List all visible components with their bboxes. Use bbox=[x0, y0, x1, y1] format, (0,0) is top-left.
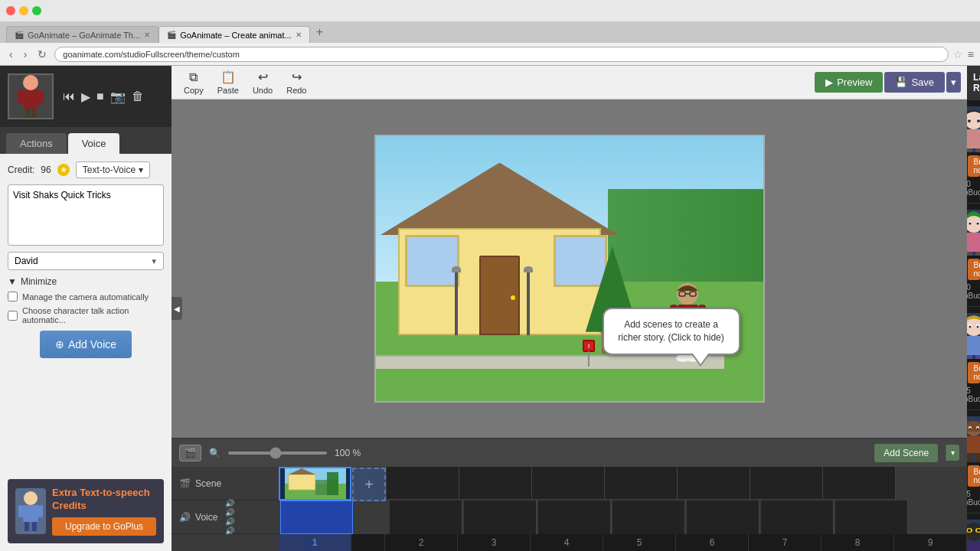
save-button[interactable]: 💾 Save bbox=[884, 72, 945, 93]
upgrade-character-image bbox=[15, 488, 46, 534]
svg-point-46 bbox=[976, 222, 978, 224]
preview-button[interactable]: ▶ Preview bbox=[815, 72, 883, 93]
upgrade-button[interactable]: Upgrade to GoPlus bbox=[52, 517, 156, 536]
speech-bubble[interactable]: Add scenes to create a richer story. (Cl… bbox=[603, 308, 740, 355]
voice-cell-3[interactable] bbox=[464, 500, 537, 534]
scene-canvas[interactable]: ! Add scenes to create a richer story. (… bbox=[374, 135, 765, 403]
scene-numbers-strip: 1 2 3 4 5 6 7 8 9 bbox=[279, 534, 967, 551]
play-back-button[interactable]: ⏮ bbox=[61, 88, 77, 105]
add-voice-button[interactable]: ⊕ Add Voice bbox=[40, 331, 132, 358]
scene-cell-3[interactable] bbox=[459, 467, 532, 499]
scene-thumb-1[interactable] bbox=[279, 467, 351, 500]
scene-cell-6[interactable] bbox=[678, 467, 750, 499]
voice-active-cell[interactable] bbox=[280, 500, 353, 534]
browser-tab-1[interactable]: 🎬 GoAnimate – GoAnimate Th... ✕ bbox=[6, 26, 158, 43]
buy-button-2[interactable]: Buy now bbox=[968, 259, 980, 280]
refresh-button[interactable]: ↻ bbox=[34, 47, 50, 62]
voice-cell-2[interactable] bbox=[390, 500, 462, 534]
scene-num-1: 1 bbox=[279, 534, 351, 551]
scene-cell-7[interactable] bbox=[750, 467, 823, 499]
voice-cell-8[interactable] bbox=[835, 500, 908, 534]
undo-button[interactable]: ↩ Undo bbox=[247, 67, 279, 98]
voice-text-input[interactable]: Visit Shaks Quick Tricks bbox=[8, 184, 164, 246]
talk-label: Choose character talk action automatic..… bbox=[22, 306, 164, 324]
buy-button-4[interactable]: Buy now bbox=[968, 465, 980, 487]
add-scene-plus-icon: + bbox=[364, 476, 374, 494]
character-avatar[interactable] bbox=[8, 73, 54, 119]
credit-row: Credit: 96 ★ Text-to-Voice ▾ bbox=[8, 161, 164, 178]
tab-actions[interactable]: Actions bbox=[6, 133, 67, 154]
scene-cell-5[interactable] bbox=[605, 467, 678, 499]
panel-collapse-button[interactable]: ◀ bbox=[172, 297, 182, 320]
snapshot-button[interactable]: 📷 bbox=[109, 88, 127, 106]
credit-value: 96 bbox=[41, 165, 51, 175]
buy-button-3[interactable]: Buy now bbox=[968, 362, 980, 383]
camera-checkbox[interactable] bbox=[8, 292, 18, 302]
app-container: ⏮ ▶ ■ 📷 🗑 Actions Voice Credit: 96 ★ bbox=[0, 66, 980, 551]
stop-button[interactable]: ■ bbox=[95, 88, 106, 105]
voice-cell-6[interactable] bbox=[687, 500, 760, 534]
main-area: ⧉ Copy 📋 Paste ↩ Undo ↪ Redo ▶ Preview 💾 bbox=[172, 66, 967, 551]
settings-icon[interactable]: ≡ bbox=[968, 48, 974, 60]
add-scene-dropdown-button[interactable]: ▾ bbox=[946, 445, 959, 461]
scene-cell-4[interactable] bbox=[532, 467, 605, 499]
new-tab-button[interactable]: + bbox=[310, 25, 329, 39]
svg-rect-63 bbox=[967, 421, 980, 432]
svg-point-56 bbox=[976, 325, 978, 328]
scene-view-button[interactable]: 🎬 bbox=[179, 445, 201, 461]
svg-point-37 bbox=[968, 119, 971, 122]
svg-rect-69 bbox=[967, 541, 980, 551]
svg-rect-11 bbox=[38, 505, 43, 517]
checkbox-camera[interactable]: Manage the camera automatically bbox=[8, 292, 164, 302]
preview-label: Preview bbox=[837, 77, 872, 88]
checkbox-talk[interactable]: Choose character talk action automatic..… bbox=[8, 306, 164, 324]
voice-select[interactable]: David bbox=[8, 252, 164, 270]
scene-num-3: 3 bbox=[458, 534, 531, 551]
voice-cell-7[interactable] bbox=[761, 500, 834, 534]
voice-cell-4[interactable] bbox=[538, 500, 611, 534]
delete-character-button[interactable]: 🗑 bbox=[130, 88, 145, 105]
tab-1-close[interactable]: ✕ bbox=[144, 31, 150, 39]
scene-cell-8[interactable] bbox=[823, 467, 896, 499]
paste-button[interactable]: 📋 Paste bbox=[211, 67, 245, 98]
scene-cell-2[interactable] bbox=[387, 467, 459, 499]
buy-button-1[interactable]: Buy now bbox=[968, 155, 980, 177]
voice-cell-5[interactable] bbox=[612, 500, 685, 534]
scene-num-4: 4 bbox=[531, 534, 603, 551]
url-input[interactable] bbox=[54, 47, 948, 62]
copy-icon: ⧉ bbox=[189, 70, 198, 84]
tab-2-label: GoAnimate – Create animat... bbox=[180, 31, 292, 40]
svg-rect-2 bbox=[25, 109, 30, 119]
bookmark-icon[interactable]: ☆ bbox=[953, 48, 963, 60]
window-pane bbox=[557, 239, 580, 260]
back-button[interactable]: ‹ bbox=[6, 47, 16, 62]
copy-button[interactable]: ⧉ Copy bbox=[178, 67, 210, 98]
add-scene-track-button[interactable]: + bbox=[352, 468, 386, 501]
zoom-slider[interactable] bbox=[228, 452, 327, 455]
talk-checkbox[interactable] bbox=[8, 311, 18, 321]
maximize-button[interactable] bbox=[32, 6, 41, 15]
more-options-button[interactable]: ▾ bbox=[946, 72, 961, 93]
svg-rect-30 bbox=[327, 472, 338, 495]
minimize-toggle[interactable]: ▼ Minimize bbox=[8, 276, 164, 287]
close-button[interactable] bbox=[6, 6, 15, 15]
play-button[interactable]: ▶ bbox=[80, 88, 92, 106]
minimize-label: Minimize bbox=[21, 276, 57, 287]
voice-text: Voice bbox=[195, 512, 217, 523]
tab-2-close[interactable]: ✕ bbox=[296, 31, 302, 39]
minimize-button[interactable] bbox=[19, 6, 28, 15]
redo-button[interactable]: ↪ Redo bbox=[280, 67, 312, 98]
char-image-2 bbox=[967, 210, 980, 256]
tab-voice[interactable]: Voice bbox=[68, 133, 120, 154]
browser-tab-2[interactable]: 🎬 GoAnimate – Create animat... ✕ bbox=[158, 26, 310, 43]
scene-num-9: 9 bbox=[894, 534, 967, 551]
scene-num-2: 2 bbox=[385, 534, 458, 551]
traffic-lights bbox=[6, 6, 41, 15]
window-pane bbox=[433, 239, 455, 260]
character-preview: ⏮ ▶ ■ 📷 🗑 bbox=[0, 66, 172, 127]
forward-button[interactable]: › bbox=[21, 47, 31, 62]
tts-dropdown[interactable]: Text-to-Voice ▾ bbox=[76, 161, 150, 178]
char-card-5: Buy now 205 GoBucks bbox=[967, 514, 980, 551]
scene-num-5: 5 bbox=[603, 534, 676, 551]
add-scene-button[interactable]: Add Scene bbox=[874, 444, 938, 462]
